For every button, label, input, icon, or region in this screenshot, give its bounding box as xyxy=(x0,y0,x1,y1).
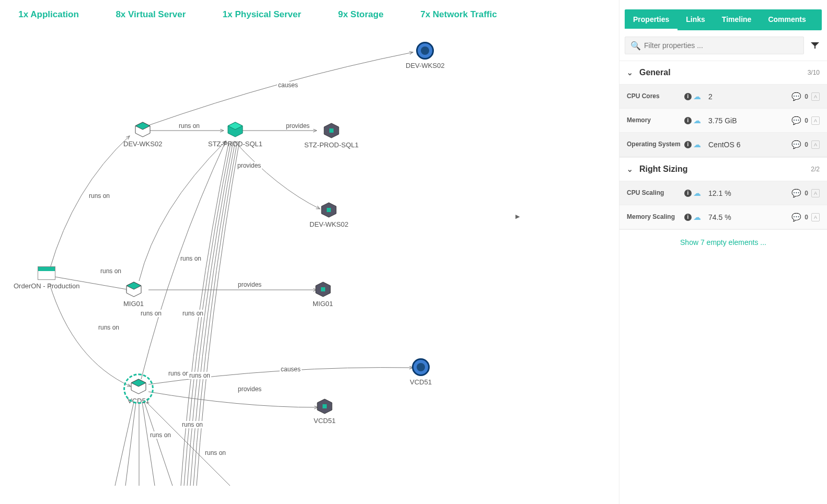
summary-network-traffic[interactable]: 7x Network Traffic xyxy=(420,9,497,20)
edge-label-runs-on: runs on xyxy=(97,324,120,331)
property-row-cpu-scaling[interactable]: CPU Scaling i☁ 12.1 % 💬 0 A xyxy=(619,181,827,205)
auto-badge: A xyxy=(811,189,820,197)
property-row-os[interactable]: Operating System i☁ CentOS 6 💬 0 A xyxy=(619,133,827,157)
application-icon xyxy=(38,266,55,280)
node-traffic-dev-wks02[interactable]: DEV-WKS02 xyxy=(406,42,444,69)
node-storage-mig01[interactable]: MIG01 xyxy=(313,281,333,308)
comment-icon[interactable]: 💬 xyxy=(791,140,801,149)
auto-badge: A xyxy=(811,213,820,221)
edge-label-runs-on: runs on xyxy=(149,431,172,439)
summary-physical-server[interactable]: 1x Physical Server xyxy=(223,9,301,20)
node-storage-stz-prod-sql1[interactable]: STZ-PROD-SQL1 xyxy=(304,122,359,149)
node-storage-vcd51[interactable]: VCD51 xyxy=(314,398,336,425)
edge-label-provides: provides xyxy=(236,162,262,169)
comment-icon[interactable]: 💬 xyxy=(791,116,801,125)
storage-icon xyxy=(320,202,337,218)
info-icon[interactable]: i xyxy=(684,190,692,197)
node-vserver-vcd51[interactable]: VCD51 xyxy=(128,378,150,405)
edge-label-runs-on: runs on xyxy=(140,310,163,317)
comment-icon[interactable]: 💬 xyxy=(791,92,801,101)
summary-bar: 1x Application 8x Virtual Server 1x Phys… xyxy=(0,9,515,20)
edge-label-provides: provides xyxy=(237,385,262,393)
tab-comments[interactable]: Comments xyxy=(760,9,814,30)
edge-label-causes: causes xyxy=(280,366,302,373)
edge-label-runs-on: runs on xyxy=(88,192,111,200)
storage-icon xyxy=(316,398,333,415)
show-empty-link[interactable]: Show 7 empty elements ... xyxy=(680,238,766,247)
topology-diagram[interactable]: runs on runs on runs on runs on provides… xyxy=(0,31,515,504)
edge-label-runs-on: runs on xyxy=(181,310,204,317)
svg-rect-15 xyxy=(323,404,327,408)
edge-label-provides: provides xyxy=(237,281,262,288)
info-icon[interactable]: i xyxy=(684,141,692,148)
edge-label-runs-on: runs on xyxy=(167,370,190,377)
cloud-icon: ☁ xyxy=(693,140,701,149)
edge-label-runs-on: runs on xyxy=(178,122,201,130)
group-header-right-sizing[interactable]: ⌄ Right Sizing 2/2 xyxy=(619,157,827,181)
auto-badge: A xyxy=(811,116,820,125)
property-row-memory[interactable]: Memory i☁ 3.75 GiB 💬 0 A xyxy=(619,109,827,133)
cloud-icon: ☁ xyxy=(693,189,701,198)
node-traffic-vcd51[interactable]: VCD51 xyxy=(410,358,432,386)
property-row-memory-scaling[interactable]: Memory Scaling i☁ 74.5 % 💬 0 A xyxy=(619,205,827,229)
panel-tab-bar: Properties Links Timeline Comments xyxy=(625,9,822,30)
info-icon[interactable]: i xyxy=(684,93,692,100)
virtual-server-icon xyxy=(134,121,151,138)
group-header-general[interactable]: ⌄ General 3/10 xyxy=(619,61,827,85)
info-icon[interactable]: i xyxy=(684,117,692,124)
tab-properties[interactable]: Properties xyxy=(625,9,677,30)
node-vserver-dev-wks02[interactable]: DEV-WKS02 xyxy=(123,121,162,148)
svg-rect-9 xyxy=(329,128,334,133)
node-storage-dev-wks02[interactable]: DEV-WKS02 xyxy=(309,202,348,228)
search-icon: 🔍 xyxy=(630,41,641,51)
comment-icon[interactable]: 💬 xyxy=(791,189,801,198)
properties-panel: Properties Links Timeline Comments 🔍 ⌄ G… xyxy=(619,0,827,504)
summary-storage[interactable]: 9x Storage xyxy=(338,9,384,20)
chevron-down-icon: ⌄ xyxy=(627,68,633,77)
edge-label-runs-on: runs on xyxy=(188,372,211,379)
auto-badge: A xyxy=(811,140,820,149)
storage-icon xyxy=(315,281,331,298)
virtual-server-icon xyxy=(130,378,147,395)
comment-icon[interactable]: 💬 xyxy=(791,213,801,222)
edge-label-runs-on: runs on xyxy=(204,449,227,456)
cloud-icon: ☁ xyxy=(693,116,701,125)
info-icon[interactable]: i xyxy=(684,214,692,221)
property-row-cpu-cores[interactable]: CPU Cores i☁ 2 💬 0 A xyxy=(619,85,827,109)
network-traffic-icon xyxy=(412,358,430,376)
tab-links[interactable]: Links xyxy=(677,9,714,30)
node-application-orderon[interactable]: OrderON - Production xyxy=(14,266,79,290)
physical-server-icon xyxy=(227,121,244,138)
node-vserver-mig01[interactable]: MIG01 xyxy=(123,281,144,308)
svg-rect-13 xyxy=(321,287,325,291)
edge-label-runs-on: runs on xyxy=(179,255,202,262)
cloud-icon: ☁ xyxy=(693,92,701,101)
tab-timeline[interactable]: Timeline xyxy=(714,9,760,30)
storage-icon xyxy=(323,122,340,139)
summary-virtual-server[interactable]: 8x Virtual Server xyxy=(116,9,186,20)
filter-input[interactable] xyxy=(644,41,798,50)
edge-label-runs-on: runs on xyxy=(99,267,122,275)
auto-badge: A xyxy=(811,92,820,101)
chevron-down-icon: ⌄ xyxy=(627,165,633,173)
summary-application[interactable]: 1x Application xyxy=(18,9,79,20)
panel-collapse-handle[interactable]: ▶ xyxy=(515,212,520,221)
edge-label-causes: causes xyxy=(277,81,299,89)
node-pserver-stz-prod-sql1[interactable]: STZ-PROD-SQL1 xyxy=(208,121,262,148)
filter-input-wrap[interactable]: 🔍 xyxy=(625,37,804,54)
network-traffic-icon xyxy=(416,42,434,60)
filter-toggle-button[interactable] xyxy=(808,39,822,52)
virtual-server-icon xyxy=(125,281,142,298)
svg-rect-11 xyxy=(327,208,331,212)
cloud-icon: ☁ xyxy=(693,213,701,222)
edge-label-runs-on: runs on xyxy=(181,421,204,428)
